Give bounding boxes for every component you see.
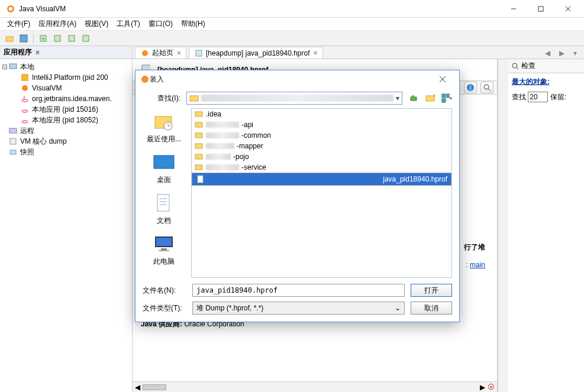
tab-prev-icon[interactable]: ◀	[545, 49, 554, 59]
tree-node-app[interactable]: 本地应用 (pid 18052)	[1, 115, 131, 125]
menu-help[interactable]: 帮助(H)	[178, 18, 209, 30]
dialog-app-icon	[140, 74, 150, 84]
tree-node-vmcore[interactable]: VM 核心 dump	[1, 136, 131, 147]
svg-rect-6	[6, 37, 13, 41]
svg-rect-46	[157, 195, 169, 211]
tab-start[interactable]: 起始页 ×	[135, 47, 186, 59]
tab-heapdump[interactable]: [heapdump] java_pid18940.hprof ×	[189, 47, 323, 59]
search-button[interactable]	[480, 82, 493, 93]
scroll-thumb[interactable]	[143, 384, 166, 390]
scroll-right-icon[interactable]: ▶	[480, 383, 485, 391]
svg-point-15	[22, 85, 28, 91]
view-menu-icon[interactable]: ▾	[441, 93, 452, 103]
filetype-value: 堆 Dump (*.hprof, *.*)	[196, 303, 263, 313]
toolbar-separator	[33, 33, 34, 44]
tab-label: 起始页	[152, 48, 173, 58]
applications-tree[interactable]: ⊟本地 IntelliJ Platform (pid 200 VisualVM …	[0, 59, 132, 160]
tree-node-app[interactable]: IntelliJ Platform (pid 200	[1, 72, 131, 83]
horizontal-scrollbar[interactable]: ◀ ▶ ⦿	[133, 381, 497, 392]
place-desktop[interactable]: 桌面	[143, 153, 185, 185]
place-thispc[interactable]: 此电脑	[143, 234, 185, 267]
tree-node-app[interactable]: 本地应用 (pid 15016)	[1, 104, 131, 115]
file-list[interactable]: .idea -api -common -mapper -pojo -servic…	[191, 108, 452, 278]
svg-rect-19	[9, 128, 17, 133]
scroll-left-icon[interactable]: ◀	[135, 383, 140, 391]
window-title: Java VisualVM	[19, 5, 500, 13]
applications-panel-title: 应用程序	[4, 47, 32, 57]
vertical-scrollbar[interactable]	[498, 59, 508, 392]
svg-point-29	[512, 63, 517, 68]
tree-node-snapshot[interactable]: 快照	[1, 147, 131, 157]
menu-app[interactable]: 应用程序(A)	[35, 18, 80, 30]
filename-input[interactable]	[192, 284, 405, 297]
snapshot-icon	[8, 147, 18, 157]
lookin-combobox[interactable]: ▾	[186, 92, 402, 105]
visualvm-icon	[20, 83, 30, 93]
open-button[interactable]: 打开	[411, 284, 452, 297]
place-recent[interactable]: 最近使用...	[143, 112, 185, 144]
list-item-selected[interactable]: java_pid18940.hprof	[192, 173, 451, 186]
tree-node-app[interactable]: org.jetbrains.idea.maven.	[1, 93, 131, 104]
add-jmx-icon[interactable]	[66, 33, 78, 44]
documents-icon	[152, 193, 176, 213]
add-local-icon[interactable]: ＋	[37, 33, 49, 44]
svg-point-17	[22, 110, 28, 112]
add-remote-icon[interactable]	[51, 33, 63, 44]
app-icon	[6, 4, 15, 14]
list-item[interactable]: -api	[192, 119, 451, 130]
place-documents[interactable]: 文档	[143, 193, 185, 226]
tree-node-local[interactable]: ⊟本地	[1, 61, 131, 72]
info-button[interactable]: i	[464, 82, 477, 93]
places-bar: 最近使用... 桌面 文档 此电脑	[143, 108, 185, 278]
menu-file[interactable]: 文件(F)	[4, 18, 34, 30]
applications-panel-close-icon[interactable]: ×	[36, 48, 40, 57]
svg-point-22	[142, 50, 148, 56]
list-item[interactable]: -mapper	[192, 141, 451, 151]
filetype-select[interactable]: 堆 Dump (*.hprof, *.*) ⌄	[192, 302, 405, 315]
tab-next-icon[interactable]: ▶	[559, 49, 569, 59]
menu-tools[interactable]: 工具(T)	[113, 18, 143, 30]
menu-window[interactable]: 窗口(O)	[145, 18, 176, 30]
place-label: 文档	[157, 216, 171, 226]
svg-text:＋: ＋	[40, 34, 47, 43]
svg-rect-21	[10, 150, 16, 154]
tab-close-icon[interactable]: ×	[177, 49, 181, 57]
tree-node-remote[interactable]: 远程	[1, 125, 131, 136]
menu-view[interactable]: 视图(V)	[81, 18, 112, 30]
lookin-label: 查找(I):	[143, 93, 180, 103]
main-thread-link[interactable]: main	[470, 261, 485, 269]
keep-label: 保留:	[550, 93, 566, 101]
list-item[interactable]: -service	[192, 162, 451, 173]
count-input[interactable]	[528, 92, 548, 102]
file-icon	[196, 174, 205, 184]
tab-list-icon[interactable]: ▾	[573, 49, 583, 59]
tab-close-icon[interactable]: ×	[314, 49, 318, 57]
list-item[interactable]: .idea	[192, 109, 451, 119]
chevron-down-icon[interactable]: ▾	[396, 94, 399, 102]
add-dump-icon[interactable]	[80, 33, 92, 44]
up-one-level-icon[interactable]	[408, 93, 419, 103]
maximize-button[interactable]	[527, 0, 554, 18]
list-item[interactable]: -common	[192, 130, 451, 141]
folder-icon	[194, 109, 204, 119]
svg-rect-14	[21, 74, 28, 81]
svg-rect-56	[195, 133, 202, 138]
minimize-button[interactable]	[500, 0, 527, 18]
tree-node-app[interactable]: VisualVM	[1, 83, 131, 93]
scroll-stop-icon[interactable]: ⦿	[488, 383, 495, 391]
svg-rect-37	[442, 94, 446, 98]
close-button[interactable]	[554, 0, 582, 18]
blurred-text	[206, 143, 234, 149]
dialog-close-button[interactable]	[431, 71, 454, 88]
open-icon[interactable]	[4, 33, 15, 44]
java-icon	[20, 105, 30, 114]
list-item[interactable]: -pojo	[192, 151, 451, 162]
cancel-button[interactable]: 取消	[411, 302, 452, 315]
new-folder-icon[interactable]: ★	[425, 93, 435, 103]
dialog-titlebar[interactable]: 装入	[135, 70, 459, 88]
biggest-objects-label: 最大的对象:	[512, 77, 580, 87]
save-icon[interactable]	[18, 33, 30, 44]
svg-rect-59	[195, 165, 202, 170]
menu-bar: 文件(F) 应用程序(A) 视图(V) 工具(T) 窗口(O) 帮助(H)	[0, 18, 584, 31]
svg-point-18	[22, 121, 28, 123]
